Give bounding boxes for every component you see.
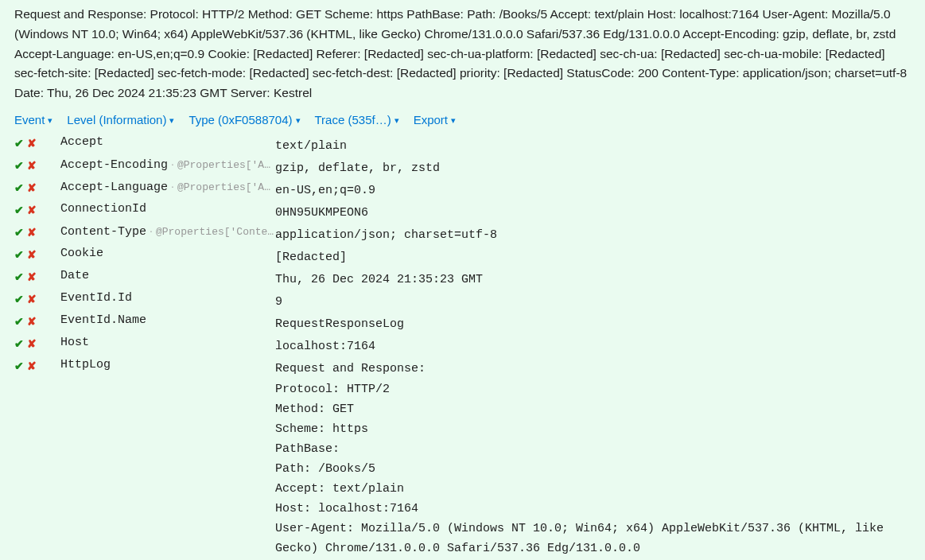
exclude-x-icon[interactable]: ✘ [27,159,37,172]
prop-name: Accept-Encoding [60,158,168,172]
include-check-icon[interactable]: ✔ [14,181,24,194]
filter-type[interactable]: Type (0xF0588704) ▾ [188,113,300,126]
property-row: ✔✘HttpLogRequest and Response: Protocol:… [14,357,911,560]
prop-name-col: Date [60,269,275,282]
exclude-x-icon[interactable]: ✘ [27,137,37,150]
prop-hint: @Properties['Ac… [177,159,275,171]
row-actions: ✔✘ [14,135,60,150]
prop-name: Accept-Language [60,181,168,194]
prop-name: Cookie [60,247,103,260]
prop-name-col: Accept-Language·@Properties['Ac… [60,180,275,194]
include-check-icon[interactable]: ✔ [14,360,24,372]
prop-name-col: EventId.Id [60,291,275,305]
filter-level[interactable]: Level (Information) ▾ [67,113,174,126]
property-row: ✔✘ConnectionId0HN95UKMPEON6 [14,201,911,224]
row-actions: ✔✘ [14,291,60,305]
filter-trace[interactable]: Trace (535f…) ▾ [315,113,399,126]
include-check-icon[interactable]: ✔ [14,337,24,350]
exclude-x-icon[interactable]: ✘ [27,315,37,328]
property-row: ✔✘Cookie[Redacted] [14,246,911,268]
chevron-down-icon: ▾ [48,115,52,126]
prop-name-col: Content-Type·@Properties['Conten… [60,224,275,239]
include-check-icon[interactable]: ✔ [14,226,24,239]
prop-value: [Redacted] [275,247,911,267]
prop-hint: @Properties['Conten… [156,226,275,238]
chevron-down-icon: ▾ [169,115,174,126]
separator-dot: · [171,158,174,170]
prop-value: Thu, 26 Dec 2024 21:35:23 GMT [275,269,911,290]
include-check-icon[interactable]: ✔ [14,204,24,216]
prop-value: Request and Response: Protocol: HTTP/2 M… [275,358,911,560]
include-check-icon[interactable]: ✔ [14,315,24,328]
chevron-down-icon: ▾ [451,115,456,126]
filter-type-label: Type (0xF0588704) [188,113,292,126]
filter-bar: Event ▾ Level (Information) ▾ Type (0xF0… [0,111,925,133]
exclude-x-icon[interactable]: ✘ [27,248,37,261]
prop-name: EventId.Id [60,291,132,305]
row-actions: ✔✘ [14,247,60,261]
property-row: ✔✘Hostlocalhost:7164 [14,335,911,357]
properties-table: ✔✘Accepttext/plain✔✘Accept-Encoding·@Pro… [0,133,925,560]
property-row: ✔✘EventId.Id9 [14,290,911,313]
chevron-down-icon: ▾ [394,115,399,126]
prop-value: 0HN95UKMPEON6 [275,202,911,223]
prop-value: en-US,en;q=0.9 [275,180,911,200]
property-row: ✔✘Accept-Language·@Properties['Ac…en-US,… [14,179,911,201]
include-check-icon[interactable]: ✔ [14,159,24,172]
separator-dot: · [150,224,153,237]
prop-hint: @Properties['Ac… [177,181,275,193]
prop-name-col: Host [60,336,275,349]
prop-value: text/plain [275,135,911,156]
prop-value: 9 [275,291,911,312]
row-actions: ✔✘ [14,224,60,239]
prop-name: Date [60,269,89,282]
filter-trace-label: Trace (535f…) [315,113,391,126]
exclude-x-icon[interactable]: ✘ [27,181,37,194]
prop-value: gzip, deflate, br, zstd [275,158,911,178]
exclude-x-icon[interactable]: ✘ [27,204,37,216]
prop-value: application/json; charset=utf-8 [275,224,911,245]
row-actions: ✔✘ [14,158,60,172]
row-actions: ✔✘ [14,202,60,216]
row-actions: ✔✘ [14,313,60,328]
filter-export-label: Export [414,113,448,126]
exclude-x-icon[interactable]: ✘ [27,226,37,239]
exclude-x-icon[interactable]: ✘ [27,293,37,305]
exclude-x-icon[interactable]: ✘ [27,270,37,283]
prop-name-col: Accept [60,135,275,149]
filter-event[interactable]: Event ▾ [14,113,52,126]
prop-value: localhost:7164 [275,336,911,356]
prop-name-col: Accept-Encoding·@Properties['Ac… [60,158,275,172]
chevron-down-icon: ▾ [296,115,301,126]
exclude-x-icon[interactable]: ✘ [27,337,37,350]
prop-name: Host [60,336,89,349]
property-row: ✔✘Content-Type·@Properties['Conten…appli… [14,224,911,246]
prop-name-col: Cookie [60,247,275,260]
prop-name: Content-Type [60,225,146,239]
prop-name-col: EventId.Name [60,313,275,327]
row-actions: ✔✘ [14,180,60,194]
filter-level-label: Level (Information) [67,113,166,126]
row-actions: ✔✘ [14,336,60,350]
prop-name: Accept [60,135,103,149]
separator-dot: · [171,180,174,192]
property-row: ✔✘DateThu, 26 Dec 2024 21:35:23 GMT [14,268,911,290]
log-message-text: Request and Response: Protocol: HTTP/2 M… [0,0,925,111]
prop-name: ConnectionId [60,202,146,216]
prop-name: HttpLog [60,358,111,371]
row-actions: ✔✘ [14,269,60,283]
row-actions: ✔✘ [14,358,60,372]
filter-export[interactable]: Export ▾ [414,113,456,126]
property-row: ✔✘Accept-Encoding·@Properties['Ac…gzip, … [14,157,911,179]
exclude-x-icon[interactable]: ✘ [27,360,37,372]
filter-event-label: Event [14,113,45,126]
property-row: ✔✘Accepttext/plain [14,134,911,157]
prop-name: EventId.Name [60,313,146,327]
include-check-icon[interactable]: ✔ [14,293,24,305]
include-check-icon[interactable]: ✔ [14,248,24,261]
prop-value: RequestResponseLog [275,313,911,334]
include-check-icon[interactable]: ✔ [14,137,24,150]
include-check-icon[interactable]: ✔ [14,270,24,283]
property-row: ✔✘EventId.NameRequestResponseLog [14,313,911,335]
prop-name-col: HttpLog [60,358,275,371]
